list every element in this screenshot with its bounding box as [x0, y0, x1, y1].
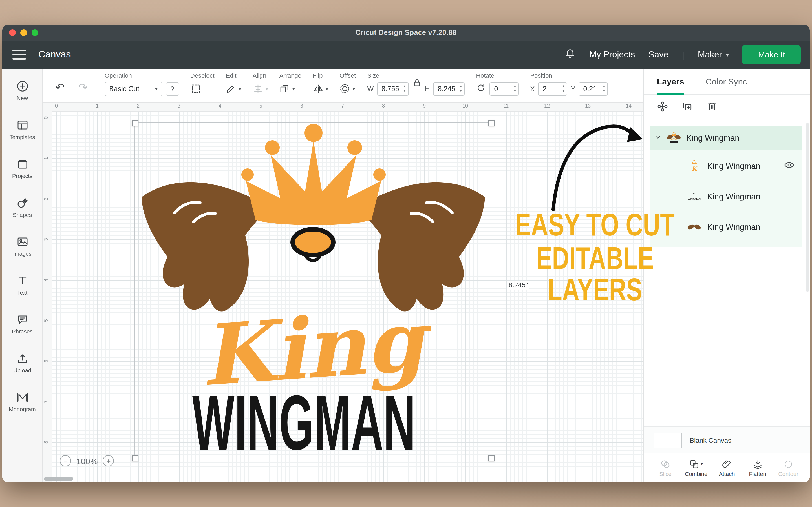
resize-handle-top-left[interactable]: [132, 120, 138, 126]
duplicate-icon[interactable]: [682, 101, 693, 112]
deselect-group: Deselect: [190, 72, 214, 96]
aspect-lock-button[interactable]: [413, 78, 420, 89]
save-link[interactable]: Save: [649, 50, 668, 60]
layer-group-row[interactable]: King Wingman: [650, 126, 802, 150]
caret-up-icon[interactable]: ▲: [513, 84, 517, 88]
edit-button[interactable]: ▾: [226, 83, 241, 94]
sidebar-item-new[interactable]: New: [2, 71, 42, 110]
sidebar-item-images[interactable]: Images: [2, 226, 42, 265]
group-icon[interactable]: [657, 101, 668, 112]
width-stepper[interactable]: ▲ ▼: [403, 84, 406, 92]
flip-button[interactable]: ▾: [313, 83, 328, 94]
rotate-stepper[interactable]: ▲ ▼: [513, 84, 517, 92]
attach-button[interactable]: Attach: [712, 459, 742, 477]
svg-text:K: K: [692, 165, 698, 172]
caret-down-icon[interactable]: ▼: [459, 89, 463, 92]
action-label: Slice: [659, 471, 671, 477]
size-group: Size W ▲ ▼: [367, 72, 465, 96]
arrange-caption: Arrange: [280, 72, 301, 79]
sidebar-item-projects[interactable]: Projects: [2, 149, 42, 187]
size-caption: Size: [367, 72, 465, 79]
sidebar-item-text[interactable]: Text: [2, 265, 42, 304]
horizontal-scrollbar[interactable]: [44, 477, 73, 481]
flatten-button[interactable]: Flatten: [743, 459, 772, 477]
caret-up-icon[interactable]: ▲: [562, 84, 565, 88]
panel-scrollbar[interactable]: [806, 123, 809, 292]
close-window-button[interactable]: [9, 29, 16, 36]
arrange-button[interactable]: ▾: [280, 83, 295, 94]
minimize-window-button[interactable]: [20, 29, 27, 36]
resize-handle-bottom-left[interactable]: [132, 455, 138, 461]
height-stepper[interactable]: ▲ ▼: [459, 84, 463, 92]
selection-bounding-box[interactable]: King WINGMAN: [134, 122, 492, 459]
zoom-out-button[interactable]: −: [60, 455, 71, 466]
notifications-bell-icon[interactable]: [564, 48, 576, 61]
zoom-in-button[interactable]: +: [103, 455, 114, 466]
tab-color-sync[interactable]: Color Sync: [706, 69, 747, 94]
layer-row-king[interactable]: K King Wingman: [650, 151, 802, 181]
phrases-bubble-icon: [16, 313, 29, 325]
undo-button[interactable]: ↶: [52, 81, 68, 94]
resize-handle-bottom-right[interactable]: [488, 455, 495, 461]
blank-canvas-label: Blank Canvas: [690, 436, 731, 444]
chevron-down-icon: ▾: [701, 461, 703, 466]
make-it-button[interactable]: Make It: [742, 45, 801, 64]
left-sidebar: New Templates Projects Shapes Images: [2, 69, 43, 482]
combine-button[interactable]: ▾ Combine: [681, 459, 711, 477]
caret-down-icon[interactable]: ▼: [562, 89, 565, 92]
layer-thumbnail: [666, 131, 681, 145]
caret-up-icon[interactable]: ▲: [603, 84, 606, 88]
paperclip-icon: [722, 459, 732, 469]
sidebar-item-label: Templates: [9, 134, 35, 140]
caret-up-icon[interactable]: ▲: [403, 84, 406, 88]
sidebar-item-monogram[interactable]: Monogram: [2, 382, 42, 421]
rotate-button[interactable]: [476, 82, 486, 95]
redo-button[interactable]: ↷: [75, 81, 91, 94]
y-stepper[interactable]: ▲ ▼: [603, 84, 606, 92]
chevron-down-icon: ▾: [292, 86, 295, 92]
canvas-color-swatch[interactable]: [654, 432, 682, 448]
design-canvas[interactable]: 0 1 2 3 4 5 6 7 8 9 10 11 12 13: [43, 103, 644, 482]
stage: Cricut Design Space v7.20.88 Canvas My P…: [0, 0, 812, 507]
y-label: Y: [571, 85, 575, 93]
x-stepper[interactable]: ▲ ▼: [562, 84, 565, 92]
window-title: Cricut Design Space v7.20.88: [356, 29, 457, 37]
chevron-down-icon[interactable]: [654, 133, 661, 143]
menu-icon[interactable]: [12, 50, 26, 60]
layer-row-ears[interactable]: King Wingman: [650, 212, 802, 242]
layers-toolbar: [644, 95, 810, 118]
contour-button[interactable]: Contour: [774, 459, 803, 477]
sidebar-item-shapes[interactable]: Shapes: [2, 187, 42, 226]
slice-button[interactable]: Slice: [651, 459, 680, 477]
resize-handle-top-right[interactable]: [488, 120, 495, 126]
tab-layers[interactable]: Layers: [657, 69, 684, 94]
sidebar-item-label: Shapes: [13, 212, 32, 218]
align-button[interactable]: ▾: [253, 83, 268, 94]
layer-visibility-eye-icon[interactable]: [784, 160, 795, 173]
sidebar-item-templates[interactable]: Templates: [2, 110, 42, 149]
wingman-block-text: WINGMAN: [192, 379, 416, 459]
monogram-icon: [16, 391, 29, 403]
ruler-number: 1: [96, 103, 99, 109]
height-dimension-callout: 8.245": [507, 281, 530, 290]
caret-down-icon[interactable]: ▼: [403, 89, 406, 92]
fullscreen-window-button[interactable]: [32, 29, 38, 36]
plus-circle-icon: [16, 80, 29, 92]
caret-down-icon[interactable]: ▼: [603, 89, 606, 92]
machine-selector[interactable]: Maker ▾: [698, 50, 729, 60]
sidebar-item-phrases[interactable]: Phrases: [2, 304, 42, 343]
caret-down-icon[interactable]: ▼: [513, 89, 517, 92]
ruler-number: 2: [137, 103, 140, 109]
sidebar-item-upload[interactable]: Upload: [2, 343, 42, 382]
operation-help-button[interactable]: ?: [165, 82, 179, 96]
king-wingman-artwork[interactable]: King WINGMAN: [135, 123, 492, 459]
my-projects-link[interactable]: My Projects: [589, 50, 635, 60]
arrange-group: Arrange ▾: [280, 72, 301, 96]
layer-row-wingman[interactable]: WINGMAN King Wingman: [650, 181, 802, 212]
trash-icon[interactable]: [707, 101, 718, 112]
offset-icon: [340, 83, 350, 94]
operation-select[interactable]: Basic Cut ▾: [105, 81, 162, 96]
caret-up-icon[interactable]: ▲: [459, 84, 463, 88]
deselect-button[interactable]: [190, 83, 201, 94]
offset-button[interactable]: ▾: [340, 83, 355, 94]
